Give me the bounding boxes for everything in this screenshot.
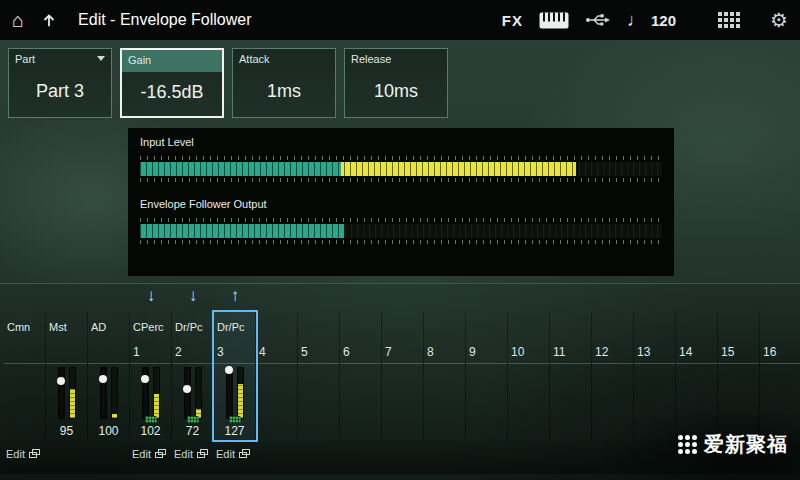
fader-track[interactable] xyxy=(142,367,149,419)
channel-volume-value xyxy=(466,424,507,440)
fader-track[interactable] xyxy=(100,367,107,419)
window-icon xyxy=(239,450,249,458)
menu-grid-icon[interactable] xyxy=(718,12,740,28)
channel-name xyxy=(592,312,633,342)
input-level-meter xyxy=(140,156,662,182)
mixer-channel-AD[interactable]: AD100 xyxy=(88,312,130,440)
mixer-channel-4[interactable]: 4 xyxy=(256,312,298,440)
channel-name xyxy=(760,312,800,342)
up-arrow-icon[interactable] xyxy=(40,11,58,29)
watermark-logo-icon xyxy=(678,435,697,454)
param-attack-label: Attack xyxy=(239,53,270,71)
window-icon xyxy=(29,450,39,458)
channel-fader-area xyxy=(172,364,213,424)
mini-kit-icon xyxy=(145,416,156,423)
channel-name xyxy=(634,312,675,342)
channel-name xyxy=(256,312,297,342)
channel-level-meter xyxy=(111,367,118,419)
channel-number: 10 xyxy=(508,342,549,364)
channel-number xyxy=(4,342,45,364)
channel-name xyxy=(424,312,465,342)
watermark-text: 爱新聚福 xyxy=(704,431,788,458)
edit-button-Cmn[interactable]: Edit xyxy=(4,448,52,460)
meter-ticks-top xyxy=(140,218,662,222)
fader-track[interactable] xyxy=(226,367,233,419)
fader-knob[interactable] xyxy=(183,385,191,393)
channel-fader-area xyxy=(214,364,255,424)
edit-button-1[interactable]: Edit xyxy=(130,448,178,460)
channel-volume-value xyxy=(298,424,339,440)
param-release-label: Release xyxy=(351,53,391,71)
meter-ticks-bottom xyxy=(140,240,662,244)
fader-track[interactable] xyxy=(58,367,65,419)
channel-level-fill xyxy=(70,389,75,418)
channel-fader-area xyxy=(424,364,465,424)
channel-number xyxy=(88,342,129,364)
mixer-channel-11[interactable]: 11 xyxy=(550,312,592,440)
channel-volume-value xyxy=(508,424,549,440)
mixer-channel-10[interactable]: 10 xyxy=(508,312,550,440)
fx-badge[interactable]: FX xyxy=(502,12,523,29)
param-gain-value: -16.5dB xyxy=(122,82,222,103)
meter-panel: Input Level Envelope Follower Output xyxy=(128,128,674,276)
meter-ticks-bottom xyxy=(140,178,662,182)
param-part[interactable]: Part Part 3 xyxy=(8,48,112,118)
mixer-channel-6[interactable]: 6 xyxy=(340,312,382,440)
mixer-channel-3[interactable]: Dr/Pc3127 xyxy=(214,312,256,440)
channel-level-fill xyxy=(112,414,117,418)
param-release-value: 10ms xyxy=(345,81,447,102)
channel-volume-value: 127 xyxy=(214,424,255,440)
channel-number: 16 xyxy=(760,342,800,364)
dropdown-arrow-icon xyxy=(97,56,105,61)
edit-label: Edit xyxy=(216,448,235,460)
channel-name xyxy=(466,312,507,342)
edit-label: Edit xyxy=(174,448,193,460)
channel-volume-value xyxy=(382,424,423,440)
keyboard-icon[interactable] xyxy=(539,12,569,29)
param-attack-value: 1ms xyxy=(233,81,335,102)
fader-track[interactable] xyxy=(184,367,191,419)
channel-number: 3 xyxy=(214,342,255,364)
routing-arrow-down-icon: ↓ xyxy=(130,286,172,306)
channel-number: 15 xyxy=(718,342,759,364)
gear-icon[interactable]: ⚙ xyxy=(770,10,788,30)
watermark: 爱新聚福 xyxy=(678,431,788,458)
tempo-display[interactable]: ♩ 120 xyxy=(627,10,676,31)
mixer-channel-5[interactable]: 5 xyxy=(298,312,340,440)
mixer-channel-Cmn[interactable]: Cmn xyxy=(4,312,46,440)
fader-knob[interactable] xyxy=(141,375,149,383)
mixer-channel-1[interactable]: CPerc1102 xyxy=(130,312,172,440)
home-icon[interactable]: ⌂ xyxy=(12,10,24,30)
mixer-channel-Mst[interactable]: Mst95 xyxy=(46,312,88,440)
channel-name: Cmn xyxy=(4,312,45,342)
channel-name xyxy=(508,312,549,342)
meter-fill-green xyxy=(140,162,341,176)
edit-button-2[interactable]: Edit xyxy=(172,448,220,460)
usb-icon xyxy=(585,13,611,27)
channel-number: 2 xyxy=(172,342,213,364)
param-release[interactable]: Release 10ms xyxy=(344,48,448,118)
param-gain[interactable]: Gain -16.5dB xyxy=(120,48,224,118)
fader-knob[interactable] xyxy=(99,375,107,383)
channel-name xyxy=(298,312,339,342)
mixer-channel-9[interactable]: 9 xyxy=(466,312,508,440)
channel-number: 7 xyxy=(382,342,423,364)
channel-name: CPerc xyxy=(130,312,171,342)
mixer-channel-8[interactable]: 8 xyxy=(424,312,466,440)
param-part-value: Part 3 xyxy=(9,81,111,102)
channel-fader-area xyxy=(298,364,339,424)
fader-knob[interactable] xyxy=(225,366,233,374)
parameter-row: Part Part 3 Gain -16.5dB Attack 1ms Rele… xyxy=(8,48,448,118)
fader-knob[interactable] xyxy=(57,377,65,385)
mixer-channel-2[interactable]: Dr/Pc272 xyxy=(172,312,214,440)
mixer-channel-7[interactable]: 7 xyxy=(382,312,424,440)
channel-fader-area xyxy=(382,364,423,424)
param-attack[interactable]: Attack 1ms xyxy=(232,48,336,118)
envelope-output-label: Envelope Follower Output xyxy=(140,198,662,210)
meter-fill-green xyxy=(140,224,344,238)
edit-button-3[interactable]: Edit xyxy=(214,448,262,460)
channel-name xyxy=(550,312,591,342)
channel-volume-value xyxy=(4,424,45,440)
channel-fader-area xyxy=(130,364,171,424)
channel-level-fill xyxy=(238,384,243,418)
